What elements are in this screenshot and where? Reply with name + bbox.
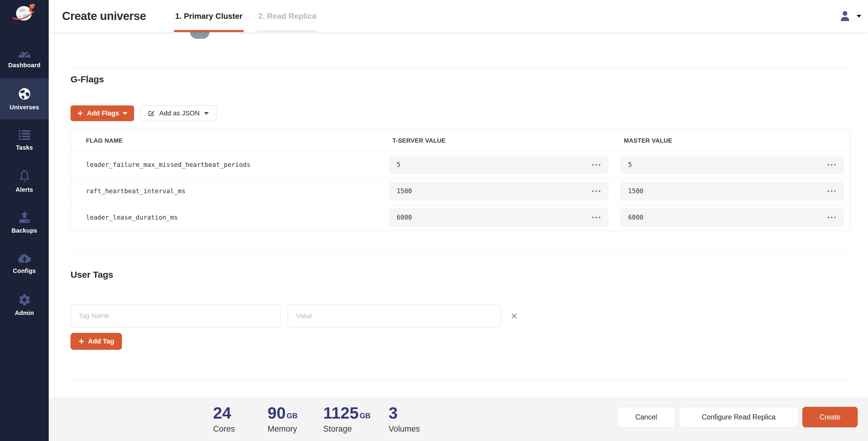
sidebar-item-label: Alerts: [16, 186, 33, 193]
sidebar-item-alerts[interactable]: Alerts: [0, 160, 49, 202]
column-header-flag-name: FLAG NAME: [71, 137, 389, 144]
volumes-value: 3: [389, 405, 398, 421]
sidebar-item-backups[interactable]: Backups: [0, 202, 49, 243]
more-options-icon[interactable]: [592, 164, 601, 166]
more-options-icon[interactable]: [592, 216, 601, 219]
user-tags-heading: User Tags: [70, 270, 113, 280]
section-divider: [70, 253, 850, 253]
column-header-tserver-value: T-SERVER VALUE: [389, 137, 620, 144]
backup-upload-icon: [18, 211, 31, 224]
user-avatar-icon: [838, 9, 851, 23]
tserver-value-field[interactable]: 6000: [389, 208, 609, 227]
storage-label: Storage: [323, 424, 389, 434]
more-options-icon[interactable]: [827, 190, 836, 192]
dashboard-icon: [17, 47, 32, 59]
close-icon: [510, 312, 518, 320]
sidebar-item-label: Admin: [15, 310, 34, 317]
master-value-field[interactable]: 6000: [620, 208, 844, 227]
add-flags-button[interactable]: Add Flags: [70, 106, 134, 121]
gflags-heading: G-Flags: [70, 74, 104, 85]
stat-cores: 24 Cores: [213, 405, 268, 434]
edit-pencil-icon: [148, 110, 155, 117]
stat-storage: 1125 GB Storage: [323, 405, 389, 434]
add-tag-label: Add Tag: [88, 337, 114, 345]
add-flags-label: Add Flags: [87, 109, 119, 117]
cloud-upload-icon: [17, 253, 32, 264]
master-value: 1500: [628, 187, 644, 195]
add-flags-caret-icon: [123, 112, 127, 115]
master-value-field[interactable]: 5: [620, 155, 844, 174]
globe-icon: [18, 87, 31, 101]
memory-value: 90: [268, 405, 286, 421]
tserver-value: 5: [397, 161, 401, 168]
add-as-json-button[interactable]: Add as JSON: [140, 106, 216, 121]
tab-primary-cluster[interactable]: 1. Primary Cluster: [174, 0, 244, 32]
sidebar-item-configs[interactable]: Configs: [0, 243, 49, 284]
cores-label: Cores: [213, 424, 268, 434]
more-options-icon[interactable]: [827, 164, 836, 166]
sidebar-item-dashboard[interactable]: Dashboard: [0, 37, 49, 78]
gflags-actions: Add Flags Add as JSON: [70, 106, 216, 121]
master-value: 5: [628, 161, 632, 168]
tag-name-input[interactable]: [70, 304, 281, 327]
create-button[interactable]: Create: [802, 407, 858, 428]
add-as-json-label: Add as JSON: [159, 109, 199, 117]
page-title: Create universe: [62, 10, 146, 23]
volumes-label: Volumes: [389, 424, 434, 434]
cores-value: 24: [213, 405, 231, 421]
stat-memory: 90 GB Memory: [268, 405, 323, 434]
sidebar-item-tasks[interactable]: Tasks: [0, 119, 49, 160]
user-tag-row: [70, 304, 518, 327]
memory-label: Memory: [268, 424, 323, 434]
gflags-table: FLAG NAME T-SERVER VALUE MASTER VALUE le…: [70, 129, 850, 231]
sidebar-item-label: Dashboard: [8, 62, 40, 69]
memory-unit: GB: [287, 412, 298, 420]
bell-icon: [18, 169, 31, 183]
main-area: Create universe 1. Primary Cluster 2. Re…: [49, 0, 868, 441]
app-window: Dashboard Universes Tasks: [0, 0, 868, 441]
tag-value-input[interactable]: [288, 304, 501, 327]
add-tag-button[interactable]: Add Tag: [70, 333, 122, 350]
tserver-value-field[interactable]: 5: [389, 155, 609, 174]
cancel-button[interactable]: Cancel: [617, 407, 675, 428]
sidebar-item-label: Backups: [11, 227, 37, 234]
sidebar-item-admin[interactable]: Admin: [0, 284, 49, 325]
user-menu[interactable]: [831, 0, 868, 32]
wizard-tabs: 1. Primary Cluster 2. Read Replica: [161, 0, 318, 32]
sidebar-item-label: Configs: [13, 267, 36, 274]
sidebar-item-universes[interactable]: Universes: [0, 78, 49, 119]
summary-footer: 24 Cores 90 GB Memory 1125 GB Storage: [49, 397, 868, 441]
section-divider: [70, 68, 850, 68]
sidebar-item-label: Universes: [10, 104, 39, 111]
flag-name: leader_lease_duration_ms: [71, 214, 389, 221]
flag-name: leader_failure_max_missed_heartbeat_peri…: [71, 161, 389, 168]
tserver-value: 1500: [397, 187, 412, 195]
sidebar: Dashboard Universes Tasks: [0, 0, 49, 441]
storage-unit: GB: [360, 412, 370, 420]
tserver-value-field[interactable]: 1500: [389, 182, 609, 201]
yugabyte-logo[interactable]: [0, 0, 49, 37]
table-row: raft_heartbeat_interval_ms 1500 1500: [71, 178, 850, 204]
more-options-icon[interactable]: [592, 190, 601, 192]
page-header: Create universe 1. Primary Cluster 2. Re…: [49, 0, 868, 32]
task-list-icon: [18, 129, 31, 141]
tserver-value: 6000: [397, 214, 412, 221]
sidebar-item-label: Tasks: [16, 144, 33, 151]
plus-icon: [79, 338, 85, 344]
table-row: leader_lease_duration_ms 6000 6000: [71, 204, 850, 231]
configure-read-replica-button[interactable]: Configure Read Replica: [679, 407, 798, 428]
table-row: leader_failure_max_missed_heartbeat_peri…: [71, 151, 850, 178]
master-value: 6000: [628, 214, 644, 221]
gflags-table-header: FLAG NAME T-SERVER VALUE MASTER VALUE: [71, 130, 850, 151]
column-header-master-value: MASTER VALUE: [620, 137, 850, 144]
more-options-icon[interactable]: [827, 216, 836, 219]
plus-icon: [77, 110, 83, 116]
remove-tag-button[interactable]: [510, 312, 518, 320]
master-value-field[interactable]: 1500: [620, 182, 844, 201]
flag-name: raft_heartbeat_interval_ms: [71, 187, 389, 195]
stat-volumes: 3 Volumes: [389, 405, 434, 434]
add-as-json-caret-icon: [204, 112, 209, 115]
tab-read-replica[interactable]: 2. Read Replica: [257, 0, 317, 32]
footer-actions: Cancel Configure Read Replica Create: [617, 405, 858, 428]
user-menu-caret-icon: [857, 15, 861, 18]
